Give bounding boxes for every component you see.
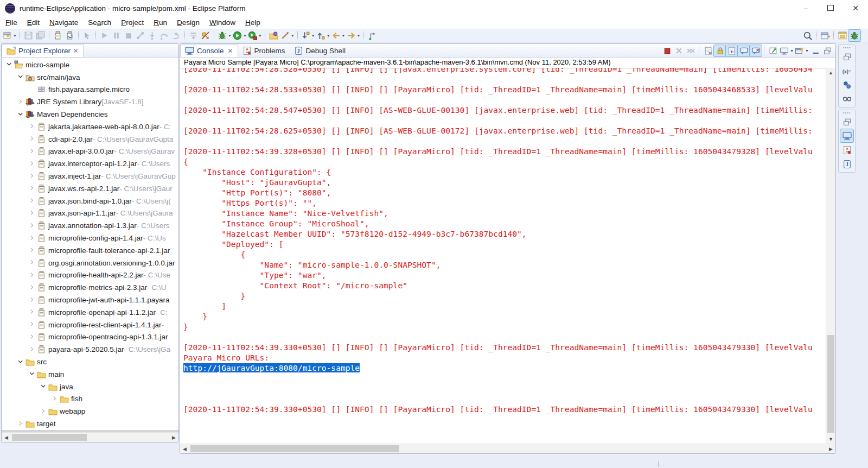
- search-button[interactable]: [802, 30, 814, 41]
- chevron-expanded-icon[interactable]: [39, 383, 48, 390]
- chevron-collapsed-icon[interactable]: [28, 161, 36, 167]
- dropdown-arrow-icon[interactable]: ▼: [291, 34, 295, 37]
- open-console-button[interactable]: ▼: [794, 45, 809, 56]
- tree-item-microprofile-config-api-1.4.jar[interactable]: microprofile-config-api-1.4.jar - C:\Us: [2, 232, 178, 244]
- chevron-collapsed-icon[interactable]: [39, 408, 48, 415]
- tree-item-microprofile-opentracing-api-1.3.1.jar[interactable]: microprofile-opentracing-api-1.3.1.jar: [2, 331, 178, 344]
- scroll-lock-button[interactable]: [714, 45, 726, 56]
- chevron-collapsed-icon[interactable]: [28, 173, 36, 180]
- tree-item-payara-api-5.2020.5.jar[interactable]: payara-api-5.2020.5.jar - C:\Users\jGa: [2, 343, 178, 356]
- prev-annotation-button[interactable]: ▼: [316, 30, 331, 41]
- open-perspective-button[interactable]: [819, 30, 831, 41]
- console-hscrollbar[interactable]: ◀ ▶: [180, 444, 835, 453]
- menu-design[interactable]: Design: [173, 17, 204, 28]
- dropdown-arrow-icon[interactable]: ▼: [258, 34, 262, 37]
- tree-item-javax.interceptor-api-1.2.jar[interactable]: javax.interceptor-api-1.2.jar - C:\Users: [2, 157, 178, 170]
- display-console-button[interactable]: ▼: [779, 45, 794, 56]
- chevron-collapsed-icon[interactable]: [28, 284, 36, 291]
- forward-button[interactable]: ▼: [346, 30, 361, 41]
- tree-item-javax.inject-1.jar[interactable]: javax.inject-1.jar - C:\Users\jGauravGup: [2, 170, 178, 182]
- chevron-collapsed-icon[interactable]: [28, 148, 36, 155]
- debug-button[interactable]: ▼: [217, 30, 232, 41]
- tree-item-javax.json-api-1.1.jar[interactable]: javax.json-api-1.1.jar - C:\Users\jGaura: [2, 207, 178, 220]
- dropdown-arrow-icon[interactable]: ▼: [311, 34, 315, 37]
- tree-item-microprofile-rest-client-api-1.4.1.jar[interactable]: microprofile-rest-client-api-1.4.1.jar -: [2, 319, 178, 331]
- chevron-expanded-icon[interactable]: [28, 371, 36, 377]
- coverage-button[interactable]: ▼: [247, 30, 263, 41]
- scrollbar-thumb[interactable]: [190, 445, 399, 452]
- console-vscrollbar[interactable]: ▲ ▼: [826, 68, 835, 444]
- scrollbar-thumb[interactable]: [827, 335, 834, 433]
- maximize-window-button[interactable]: [818, 0, 843, 16]
- jar-refresh-button[interactable]: [64, 30, 76, 41]
- chevron-expanded-icon[interactable]: [16, 359, 25, 365]
- chevron-expanded-icon[interactable]: [16, 111, 25, 118]
- dropdown-arrow-icon[interactable]: ▼: [342, 34, 346, 37]
- last-edit-location-button[interactable]: [366, 30, 378, 41]
- chevron-collapsed-icon[interactable]: [28, 260, 36, 266]
- word-wrap-button[interactable]: [726, 45, 738, 56]
- chevron-collapsed-icon[interactable]: [28, 223, 36, 229]
- drag-handle-icon[interactable]: ••••: [843, 46, 851, 49]
- scroll-right-icon[interactable]: ▶: [169, 433, 178, 442]
- variables-view-button[interactable]: (x)=: [840, 64, 853, 77]
- tree-item-micro-sample[interactable]: MJmicro-sample: [2, 59, 178, 71]
- dropdown-arrow-icon[interactable]: ▼: [805, 49, 809, 53]
- tree-item-java[interactable]: java: [2, 381, 178, 393]
- tree-item-target[interactable]: target: [2, 418, 178, 430]
- chevron-collapsed-icon[interactable]: [28, 309, 36, 315]
- tree-item-main[interactable]: main: [2, 368, 178, 381]
- tree-item-microprofile-metrics-api-2.3.jar[interactable]: microprofile-metrics-api-2.3.jar - C:\U: [2, 281, 178, 294]
- tree-item-jre-system-library[interactable]: JRE System Library [JavaSE-1.8]: [2, 96, 178, 108]
- tree-item-microprofile-jwt-auth-api-1.1.1.payara[interactable]: microprofile-jwt-auth-api-1.1.1.payara: [2, 294, 178, 306]
- external-tools-button[interactable]: ▼: [280, 30, 295, 41]
- chevron-collapsed-icon[interactable]: [28, 210, 36, 217]
- problems-view-button[interactable]: [840, 143, 853, 156]
- menu-project[interactable]: Project: [117, 17, 148, 28]
- restore-debug-stack-button[interactable]: [840, 50, 853, 63]
- show-stderr-button[interactable]: [750, 45, 762, 56]
- scrollbar-thumb[interactable]: [12, 434, 87, 441]
- chevron-collapsed-icon[interactable]: [50, 396, 59, 402]
- dropdown-arrow-icon[interactable]: ▼: [243, 34, 247, 37]
- tree-item-fish.payara.sample.micro[interactable]: fish.payara.sample.micro: [2, 84, 178, 96]
- tree-item-fish[interactable]: fish: [2, 393, 178, 406]
- chevron-collapsed-icon[interactable]: [16, 421, 25, 427]
- skip-breakpoints-button[interactable]: [200, 30, 212, 41]
- tree-item-javax.annotation-api-1.3.jar[interactable]: javax.annotation-api-1.3.jar - C:\Users: [2, 219, 178, 232]
- tree-item-webapp[interactable]: webapp: [2, 405, 178, 418]
- breakpoints-view-button[interactable]: [840, 78, 853, 91]
- close-tab-icon[interactable]: [73, 48, 79, 54]
- tree-item-src-main-java[interactable]: src/main/java: [2, 71, 178, 84]
- tree-item-javax.ws.rs-api-2.1.jar[interactable]: javax.ws.rs-api-2.1.jar - C:\Users\jGaur: [2, 182, 178, 195]
- minimize-window-button[interactable]: –: [793, 0, 818, 16]
- tree-item-jakarta.jakartaee-web-api-8.0.0.jar[interactable]: jakarta.jakartaee-web-api-8.0.0.jar - C:: [2, 121, 178, 133]
- menu-run[interactable]: Run: [149, 17, 171, 28]
- chevron-collapsed-icon[interactable]: [28, 198, 36, 204]
- jar-package-button[interactable]: [52, 30, 64, 41]
- chevron-collapsed-icon[interactable]: [28, 272, 36, 279]
- menu-file[interactable]: File: [1, 17, 22, 28]
- tree-item-org.osgi.annotation.versioning-1.0.0.jar[interactable]: org.osgi.annotation.versioning-1.0.0.jar: [2, 257, 178, 269]
- back-button[interactable]: ▼: [331, 30, 346, 41]
- menu-window[interactable]: Window: [205, 17, 240, 28]
- tab-debug-shell[interactable]: JDebug Shell: [290, 45, 350, 57]
- minimize-view-button[interactable]: [809, 45, 821, 56]
- tab-project-explorer[interactable]: Project Explorer: [2, 44, 84, 57]
- terminate-console-button[interactable]: [661, 45, 673, 56]
- debug-shell-view-button[interactable]: J: [840, 157, 853, 170]
- chevron-expanded-icon[interactable]: [5, 61, 14, 68]
- tree-item-maven-dependencies[interactable]: Maven Dependencies: [2, 108, 178, 121]
- tab-problems[interactable]: Problems: [238, 45, 290, 57]
- tree-item-cdi-api-2.0.jar[interactable]: cdi-api-2.0.jar - C:\Users\jGauravGupta: [2, 133, 178, 146]
- tree-item-javax.el-api-3.0.0.jar[interactable]: javax.el-api-3.0.0.jar - C:\Users\jGaura…: [2, 146, 178, 158]
- chevron-collapsed-icon[interactable]: [28, 235, 36, 242]
- chevron-collapsed-icon[interactable]: [28, 346, 36, 353]
- tree-item-microprofile-openapi-api-1.1.2.jar[interactable]: microprofile-openapi-api-1.1.2.jar - C:: [2, 306, 178, 319]
- dropdown-arrow-icon[interactable]: ▼: [228, 34, 232, 37]
- dropdown-arrow-icon[interactable]: ▼: [13, 34, 17, 37]
- tree-item-javax.json.bind-api-1.0.jar[interactable]: javax.json.bind-api-1.0.jar - C:\Users\j…: [2, 195, 178, 207]
- menu-navigate[interactable]: Navigate: [45, 17, 82, 28]
- tree-item-microprofile-fault-tolerance-api-2.1.jar[interactable]: microprofile-fault-tolerance-api-2.1.jar: [2, 244, 178, 257]
- new-wizard-button[interactable]: ▼: [2, 30, 17, 41]
